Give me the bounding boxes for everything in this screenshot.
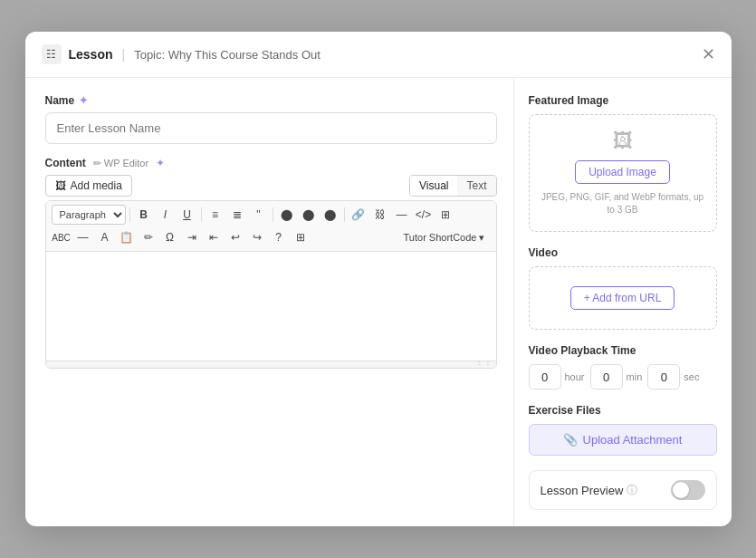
editor-toolbar-top: 🖼 Add media Visual Text [45, 175, 497, 197]
outdent-button[interactable]: ⇤ [204, 227, 224, 247]
help-button[interactable]: ? [269, 227, 289, 247]
special-char-button[interactable]: Ω [160, 227, 180, 247]
featured-image-section: Featured Image 🖼 Upload Image JPEG, PNG,… [529, 94, 717, 232]
hr-button[interactable]: — [73, 227, 93, 247]
content-field-section: Content ✏ WP Editor ✦ 🖼 Add media [45, 157, 497, 369]
editor-toolbar: Paragraph B I U ≡ ≣ " [46, 201, 496, 252]
left-panel: Name ✦ Content ✏ WP Editor ✦ [25, 78, 514, 526]
name-field-section: Name ✦ [45, 94, 497, 144]
modal-overlay: ☷ Lesson | Topic: Why This Course Stands… [0, 0, 756, 558]
min-input[interactable] [590, 364, 623, 390]
featured-image-box: 🖼 Upload Image JPEG, PNG, GIF, and WebP … [529, 114, 717, 232]
modal-title: Lesson [69, 47, 113, 62]
sep2 [201, 207, 202, 222]
link-button[interactable]: 🔗 [349, 205, 368, 225]
align-right-button[interactable]: ⬤ [321, 205, 340, 225]
align-center-button[interactable]: ⬤ [299, 205, 319, 225]
undo-button[interactable]: ↩ [225, 227, 245, 247]
min-label: min [627, 371, 643, 382]
ul-button[interactable]: ≡ [206, 205, 225, 225]
hour-label: hour [565, 371, 585, 382]
strikethrough-button[interactable]: ABC [52, 227, 72, 247]
modal-header: ☷ Lesson | Topic: Why This Course Stands… [25, 32, 732, 78]
header-separator: | [122, 47, 126, 62]
modal-subtitle: Topic: Why This Course Stands Out [134, 48, 321, 62]
featured-image-title: Featured Image [529, 94, 717, 107]
unlink-button[interactable]: ⛓ [370, 205, 390, 225]
clear-format-button[interactable]: ✏ [139, 227, 158, 247]
toggle-knob [673, 482, 689, 498]
playback-row: hour min sec [529, 364, 717, 390]
lesson-modal: ☷ Lesson | Topic: Why This Course Stands… [25, 32, 732, 526]
underline-button[interactable]: U [177, 205, 197, 225]
sec-input[interactable] [647, 364, 680, 390]
video-box: + Add from URL [529, 266, 717, 330]
sparkle-icon: ✦ [79, 94, 88, 107]
indent-button[interactable]: ⇥ [182, 227, 202, 247]
content-label-row: Content ✏ WP Editor ✦ [45, 157, 497, 169]
redo-button[interactable]: ↪ [247, 227, 267, 247]
paragraph-select[interactable]: Paragraph [52, 205, 126, 225]
code-button[interactable]: </> [414, 205, 434, 225]
visual-tab[interactable]: Visual [410, 176, 457, 196]
playback-title: Video Playback Time [529, 344, 717, 357]
sep3 [273, 207, 273, 222]
toolbar-row-2: ABC — A 📋 ✏ Ω ⇥ ⇤ ↩ ↪ ? [52, 227, 491, 247]
hour-group: hour [529, 364, 585, 390]
exercise-files-section: Exercise Files 📎 Upload Attachment [529, 404, 717, 456]
editor-resize-handle[interactable]: ⋮⋮ [46, 361, 496, 368]
attachment-icon: 📎 [563, 433, 578, 447]
wp-more-button[interactable]: — [392, 205, 412, 225]
name-label: Name ✦ [45, 94, 497, 107]
video-title: Video [529, 246, 717, 259]
kitchen-sink-button[interactable]: ⊞ [291, 227, 311, 247]
editor-area[interactable] [46, 252, 496, 361]
add-from-url-button[interactable]: + Add from URL [570, 286, 675, 310]
paste-text-button[interactable]: 📋 [117, 227, 137, 247]
hour-input[interactable] [529, 364, 561, 390]
blockquote-button[interactable]: " [249, 205, 269, 225]
text-tab[interactable]: Text [457, 176, 495, 196]
ol-button[interactable]: ≣ [227, 205, 247, 225]
video-section: Video + Add from URL [529, 246, 717, 330]
image-placeholder-icon: 🖼 [613, 130, 633, 153]
close-button[interactable]: ✕ [702, 46, 715, 63]
lesson-preview-toggle[interactable] [671, 480, 705, 500]
info-icon: ⓘ [627, 483, 637, 498]
wp-editor-link[interactable]: ✏ WP Editor [93, 158, 148, 169]
bold-button[interactable]: B [134, 205, 154, 225]
playback-section: Video Playback Time hour min sec [529, 344, 717, 390]
sec-label: sec [684, 371, 699, 382]
font-color-button[interactable]: A [95, 227, 115, 247]
visual-text-tabs: Visual Text [409, 175, 496, 197]
editor-container: Paragraph B I U ≡ ≣ " [45, 200, 497, 369]
upload-attachment-button[interactable]: 📎 Upload Attachment [529, 424, 717, 456]
lesson-name-input[interactable] [45, 112, 497, 144]
italic-button[interactable]: I [156, 205, 176, 225]
add-media-button[interactable]: 🖼 Add media [45, 175, 132, 197]
lesson-preview-row: Lesson Preview ⓘ [529, 470, 717, 510]
lesson-preview-label: Lesson Preview ⓘ [541, 483, 638, 498]
content-sparkle-icon: ✦ [156, 157, 165, 169]
add-media-icon: 🖼 [55, 179, 66, 192]
edit-icon: ✏ [93, 158, 101, 169]
lesson-header-icon: ☷ [42, 44, 62, 64]
image-format-hint: JPEG, PNG, GIF, and WebP formats, up to … [539, 191, 707, 216]
tutor-shortcode-btn[interactable]: Tutor ShortCode ▾ [398, 227, 491, 247]
fullscreen-button[interactable]: ⊞ [435, 205, 455, 225]
align-left-button[interactable]: ⬤ [277, 205, 297, 225]
right-panel: Featured Image 🖼 Upload Image JPEG, PNG,… [514, 78, 732, 526]
sep1 [129, 207, 130, 222]
content-label: Content [45, 157, 86, 169]
toolbar-row-1: Paragraph B I U ≡ ≣ " [52, 205, 491, 225]
sep4 [344, 207, 345, 222]
sec-group: sec [647, 364, 699, 390]
min-group: min [590, 364, 643, 390]
modal-body: Name ✦ Content ✏ WP Editor ✦ [25, 78, 732, 526]
exercise-files-title: Exercise Files [529, 404, 717, 417]
upload-image-button[interactable]: Upload Image [575, 160, 670, 184]
